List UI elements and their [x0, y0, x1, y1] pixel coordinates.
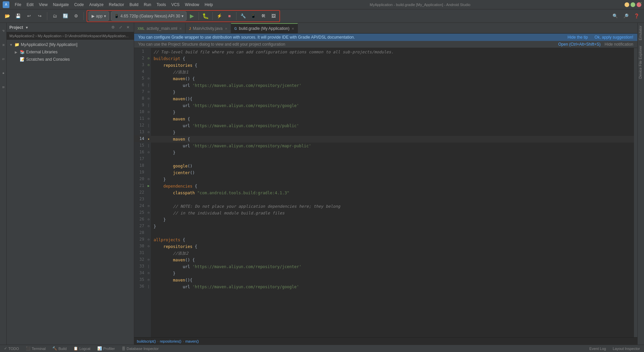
line-num-21: 21 — [134, 182, 144, 189]
panel-settings-btn[interactable]: ⚙ — [110, 24, 116, 31]
tab-close-mainactivity[interactable]: ✕ — [225, 27, 227, 31]
profile-button[interactable]: ⚡ — [215, 11, 224, 21]
apply-suggestion-button[interactable]: Ok, apply suggestion! — [595, 35, 633, 40]
tab-mainactivity[interactable]: J MainActivity.java ✕ — [185, 23, 231, 33]
fold-25[interactable]: ⊖ — [146, 209, 151, 216]
bc-item-repositories[interactable]: repositories() — [160, 339, 181, 343]
hide-tip-button[interactable]: Hide the tip — [568, 35, 588, 40]
search-everywhere-button[interactable]: 🔍 — [610, 11, 620, 21]
fold-8[interactable]: ⊖ — [146, 95, 151, 102]
panel-expand-btn[interactable]: ⤢ — [117, 24, 124, 31]
fold-14[interactable]: ★ — [146, 135, 151, 142]
menu-item-refactor[interactable]: Refactor — [106, 1, 127, 8]
build-tab[interactable]: 🔨 Build — [51, 345, 68, 352]
stop-button[interactable]: ■ — [225, 11, 234, 21]
todo-tab[interactable]: ✓ TODO — [3, 345, 20, 352]
fold-34[interactable]: ⊖ — [146, 269, 151, 276]
help-button[interactable]: ❓ — [632, 11, 641, 21]
panel-close-btn[interactable]: ✕ — [124, 24, 131, 31]
fold-32[interactable]: ⊖ — [146, 256, 151, 263]
tab-activity-main[interactable]: XML activity_main.xml ✕ — [134, 23, 185, 33]
minimize-button[interactable] — [625, 2, 629, 7]
find-button[interactable]: 🔎 — [621, 11, 631, 21]
fold-27[interactable]: ⊖ — [146, 222, 151, 229]
sync-button[interactable]: 🔄 — [61, 11, 70, 21]
layout-button[interactable]: 🖼 — [269, 11, 278, 21]
event-log-link[interactable]: Event Log — [588, 345, 607, 352]
fold-11[interactable]: ⊖ — [146, 115, 151, 122]
fold-3[interactable]: ⊖ — [146, 61, 151, 68]
tab-label-activity-main: activity_main.xml — [147, 26, 177, 31]
tab-close-activity-main[interactable]: ✕ — [179, 27, 182, 31]
settings-button[interactable]: ⚙ — [71, 11, 81, 21]
open-project-structure-link[interactable]: Open (Ctrl+Alt+Shift+S) — [558, 42, 600, 47]
fold-21[interactable]: ▶ — [146, 182, 151, 189]
run-config-selector[interactable]: ▶ app ▾ — [89, 11, 109, 21]
profiler-tab[interactable]: 📊 Profiler — [96, 345, 116, 352]
project-panel-toggle[interactable]: P — [0, 24, 6, 38]
tree-item-scratches[interactable]: 📝 Scratches and Consoles — [7, 56, 134, 63]
fold-7[interactable]: ⊖ — [146, 88, 151, 95]
tab-close-build-gradle[interactable]: ✕ — [291, 27, 294, 31]
structure-toggle[interactable]: S — [0, 52, 6, 66]
database-inspector-tab[interactable]: 🗄 Database Inspector — [120, 345, 160, 352]
tab-build-gradle[interactable]: G build.gradle (My Application) ✕ — [231, 23, 298, 33]
save-button[interactable]: 💾 — [13, 11, 23, 21]
menu-item-edit[interactable]: Edit — [24, 1, 36, 8]
fold-20[interactable]: ⊖ — [146, 175, 151, 182]
menu-item-tools[interactable]: Tools — [154, 1, 169, 8]
bc-item-buildscript[interactable]: buildscript() — [137, 339, 156, 343]
fold-15: | — [146, 142, 151, 149]
menu-item-help[interactable]: Help — [202, 1, 216, 8]
resource-manager-toggle[interactable]: R — [0, 38, 6, 52]
menu-item-navigate[interactable]: Navigate — [50, 1, 71, 8]
device-selector[interactable]: 📱 4.65 720p (Galaxy Nexus) API 30 ▾ — [111, 11, 186, 21]
fold-13[interactable]: ⊖ — [146, 129, 151, 135]
avd-button[interactable]: 📱 — [249, 11, 258, 21]
fold-29[interactable]: ⊖ — [146, 236, 151, 243]
build-variants-toggle[interactable]: B — [0, 81, 6, 94]
undo-button[interactable]: ↩ — [24, 11, 34, 21]
emulator-panel-tab[interactable]: Emulator — [638, 23, 644, 43]
tree-item-root[interactable]: ▼ 📁 MyApplication2 [My Application] — [7, 41, 134, 48]
fold-16[interactable]: ⊖ — [146, 149, 151, 155]
open-file-button[interactable]: 📂 — [3, 11, 12, 21]
menu-item-analyze[interactable]: Analyze — [87, 1, 106, 8]
fold-10[interactable]: ⊖ — [146, 108, 151, 115]
fold-26[interactable]: ⊖ — [146, 216, 151, 222]
project-button[interactable]: 🗂 — [50, 11, 59, 21]
fold-24[interactable]: ⊖ — [146, 202, 151, 209]
redo-button[interactable]: ↪ — [35, 11, 44, 21]
maximize-button[interactable] — [631, 2, 635, 7]
favorites-toggle[interactable]: ★ — [0, 66, 6, 80]
menu-item-build[interactable]: Build — [127, 1, 141, 8]
sdk-button[interactable]: 🛠 — [259, 11, 268, 21]
fold-5[interactable]: ⊖ — [146, 75, 151, 82]
code-content[interactable]: // Top-level build file where you can ad… — [151, 48, 634, 337]
debug-button[interactable]: 🐛 — [201, 11, 210, 21]
fold-35[interactable]: ⊖ — [146, 276, 151, 283]
menu-item-window[interactable]: Window — [182, 1, 202, 8]
run-button[interactable]: ▶ — [187, 11, 197, 21]
logcat-tab[interactable]: 📋 Logcat — [72, 345, 92, 352]
code-editor[interactable]: 1 2 3 4 5 6 7 8 9 10 11 12 13 14 15 16 1 — [134, 48, 637, 337]
project-tree[interactable]: ▼ 📁 MyApplication2 [My Application] ▶ 📚 … — [7, 40, 134, 345]
menu-item-code[interactable]: Code — [71, 1, 87, 8]
device-file-explorer-tab[interactable]: Device File Explorer — [638, 43, 644, 81]
separator-3 — [199, 12, 199, 20]
code-area-wrapper: 1 2 3 4 5 6 7 8 9 10 11 12 13 14 15 16 1 — [134, 48, 637, 337]
menu-item-vcs[interactable]: VCS — [169, 1, 182, 8]
layout-inspector-link[interactable]: Layout Inspector — [611, 345, 641, 352]
hide-notification-button[interactable]: Hide notification — [605, 42, 633, 47]
menu-item-view[interactable]: View — [36, 1, 50, 8]
bc-item-maven[interactable]: maven() — [185, 339, 199, 343]
vertical-scrollbar[interactable] — [634, 48, 637, 337]
fold-30[interactable]: ⊖ — [146, 243, 151, 249]
terminal-tab[interactable]: ⬛ Terminal — [24, 345, 47, 352]
menu-item-file[interactable]: File — [12, 1, 24, 8]
fold-2[interactable]: ⊖ — [146, 55, 151, 61]
run-config-group: ▶ app ▾ 📱 4.65 720p (Galaxy Nexus) API 3… — [87, 10, 280, 22]
sync-gradle-button[interactable]: 🔧 — [238, 11, 248, 21]
menu-item-run[interactable]: Run — [141, 1, 154, 8]
tree-item-external-libs[interactable]: ▶ 📚 External Libraries — [7, 48, 134, 56]
